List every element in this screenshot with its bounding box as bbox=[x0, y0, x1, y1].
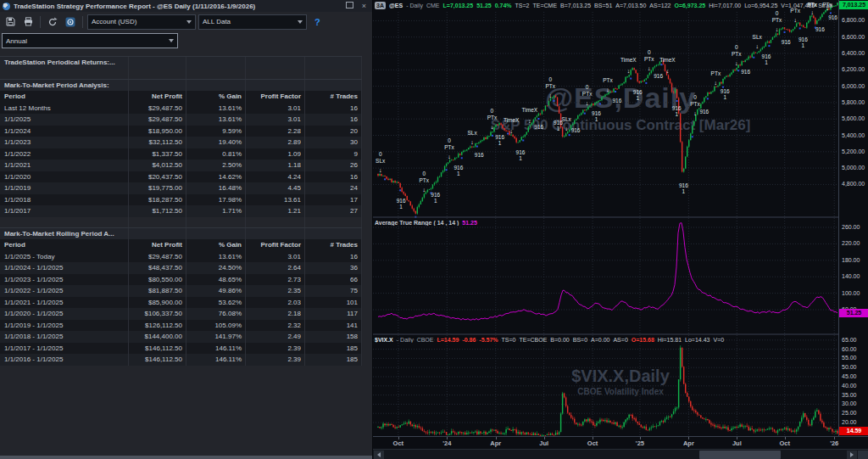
horizontal-scrollbar[interactable] bbox=[373, 449, 868, 459]
cell: 0.81% bbox=[222, 150, 242, 158]
arrow-right-icon bbox=[850, 452, 854, 457]
svg-text:↓: ↓ bbox=[509, 128, 513, 134]
rolling-period-row: 1/1/2022 - 1/1/2025$81,887.5049.86%2.357… bbox=[0, 285, 362, 297]
svg-text:0: 0 bbox=[548, 76, 552, 82]
restore-button[interactable] bbox=[344, 2, 355, 10]
header-segment: Hi=15.81 bbox=[658, 337, 682, 343]
close-button[interactable]: × bbox=[359, 3, 370, 10]
cell: 17 bbox=[350, 196, 358, 204]
axis-tick-label: 6,200.00 bbox=[842, 66, 865, 72]
price-axis[interactable]: 6,800.006,600.006,400.006,200.006,000.00… bbox=[838, 0, 868, 449]
cell: $29,487.50 bbox=[148, 253, 182, 260]
svg-text:916: 916 bbox=[516, 149, 526, 155]
chart-window[interactable]: @ES,Daily S&P 500 Continuous Contract [M… bbox=[373, 0, 868, 459]
svg-text:↓: ↓ bbox=[793, 17, 797, 23]
cell: Period bbox=[4, 241, 25, 249]
cell: 13.61% bbox=[219, 253, 242, 260]
cell: $146,112.50 bbox=[145, 344, 182, 352]
header-segment: AS=0 bbox=[613, 337, 627, 343]
time-tick-label: '26 bbox=[830, 439, 838, 447]
save-button[interactable] bbox=[3, 14, 18, 29]
svg-text:916: 916 bbox=[699, 109, 709, 115]
account-dropdown[interactable]: Account (USD) bbox=[87, 14, 196, 30]
header-segment: Lo=14.43 bbox=[685, 337, 709, 343]
svg-text:916: 916 bbox=[654, 73, 663, 79]
help-button[interactable]: ? bbox=[314, 17, 320, 27]
settings-button[interactable] bbox=[63, 14, 78, 29]
toolbar-separator bbox=[40, 16, 41, 28]
time-tick-label: Apr bbox=[490, 439, 501, 447]
svg-text:916: 916 bbox=[431, 192, 440, 198]
time-axis[interactable]: Oct'24AprJulOct'25AprJulOct'26 bbox=[373, 436, 868, 450]
periodical-returns-header: TradeStation Periodical Returns:... bbox=[0, 56, 362, 69]
chevron-down-icon bbox=[298, 20, 303, 24]
cell: 13.61 bbox=[284, 196, 301, 204]
cell: 16 bbox=[350, 104, 358, 112]
cell: 1/1/2022 bbox=[4, 150, 31, 158]
svg-text:916: 916 bbox=[453, 165, 463, 171]
period-dropdown[interactable]: Annual bbox=[2, 33, 178, 48]
cell: 14.62% bbox=[219, 173, 242, 181]
period-analysis-row: 1/1/2020$20,437.5014.62%4.2416 bbox=[0, 171, 362, 183]
cell: 1/1/2020 bbox=[4, 173, 31, 181]
axis-tick-label: 5,600.00 bbox=[842, 115, 865, 121]
svg-text:916: 916 bbox=[672, 105, 682, 111]
atr-indicator-label: Average True Range ( 14 , 14 ) 51.25 bbox=[375, 220, 832, 226]
cell: $144,400.00 bbox=[145, 333, 183, 340]
cell: 30 bbox=[350, 138, 358, 146]
cell: Mark-To-Market Rolling Period A... bbox=[4, 230, 114, 238]
scroll-right-button[interactable] bbox=[847, 451, 857, 459]
cell: $81,887.50 bbox=[148, 287, 182, 294]
cell: 1/1/2018 - 1/1/2025 bbox=[4, 333, 63, 340]
data-range-dropdown[interactable]: ALL Data bbox=[198, 14, 307, 30]
svg-text:916: 916 bbox=[633, 89, 643, 95]
cell: $29,487.50 bbox=[148, 104, 182, 112]
cell: 76.08% bbox=[219, 310, 242, 317]
svg-text:0: 0 bbox=[491, 108, 494, 114]
period-analysis-column-header: PeriodNet Profit% GainProfit Factor# Tra… bbox=[0, 91, 362, 103]
report-titlebar: TradeStation Strategy Performance Report… bbox=[0, 0, 372, 12]
cell: 141.97% bbox=[214, 333, 242, 340]
cell: 1.09 bbox=[287, 150, 301, 158]
report-window-title: TradeStation Strategy Performance Report… bbox=[14, 3, 341, 10]
time-tick-label: Jul bbox=[539, 439, 548, 447]
resize-grip[interactable] bbox=[858, 451, 868, 459]
period-analysis-row: 1/1/2021$4,012.502.50%1.1826 bbox=[0, 160, 362, 171]
svg-text:916: 916 bbox=[815, 26, 825, 32]
svg-text:0: 0 bbox=[693, 94, 697, 100]
cell: 1/1/2018 bbox=[4, 196, 31, 204]
cell: 146.11% bbox=[215, 344, 242, 352]
cell: $85,900.00 bbox=[148, 299, 182, 306]
svg-text:0: 0 bbox=[776, 10, 779, 16]
vix-value-badge: 14.59 bbox=[839, 427, 868, 435]
cell: 185 bbox=[347, 355, 358, 363]
header-segment: -5.57% bbox=[479, 337, 498, 343]
cell: 13.61% bbox=[219, 104, 242, 112]
cell: 1/1/2024 bbox=[4, 127, 31, 135]
scroll-left-button[interactable] bbox=[374, 451, 384, 459]
atr-value-badge: 51.25 bbox=[839, 309, 868, 317]
header-segment: V=0 bbox=[713, 337, 724, 343]
cell: 2.32 bbox=[287, 322, 301, 329]
svg-text:916: 916 bbox=[475, 152, 484, 158]
print-button[interactable] bbox=[20, 14, 36, 29]
svg-text:↓: ↓ bbox=[715, 80, 718, 86]
cell: 16 bbox=[350, 173, 358, 181]
header-segment: 51.25 bbox=[476, 3, 492, 8]
axis-tick-label: 50.00 bbox=[842, 364, 857, 370]
cell: 49.86% bbox=[219, 287, 242, 294]
refresh-button[interactable] bbox=[45, 14, 60, 29]
svg-text:SLx: SLx bbox=[562, 116, 572, 122]
cell: 1/1/2017 - 1/1/2025 bbox=[4, 344, 63, 352]
cell: 2.49 bbox=[287, 333, 301, 340]
axis-tick-label: 4,800.00 bbox=[842, 181, 865, 187]
spacer-row bbox=[0, 217, 362, 227]
period-analysis-row: 1/1/2019$19,775.0016.48%4.4524 bbox=[0, 182, 362, 194]
rolling-period-row: 1/1/2025 - Today$29,487.5013.61%3.0116 bbox=[0, 251, 362, 263]
cell: 9.59% bbox=[222, 127, 242, 135]
header-segment: V=1,047,485 bbox=[781, 3, 815, 8]
cell: 101 bbox=[347, 299, 358, 306]
cell: 2.50% bbox=[222, 161, 242, 169]
scrollbar-thumb[interactable] bbox=[699, 451, 781, 459]
cell: 1/1/2021 bbox=[4, 161, 31, 169]
